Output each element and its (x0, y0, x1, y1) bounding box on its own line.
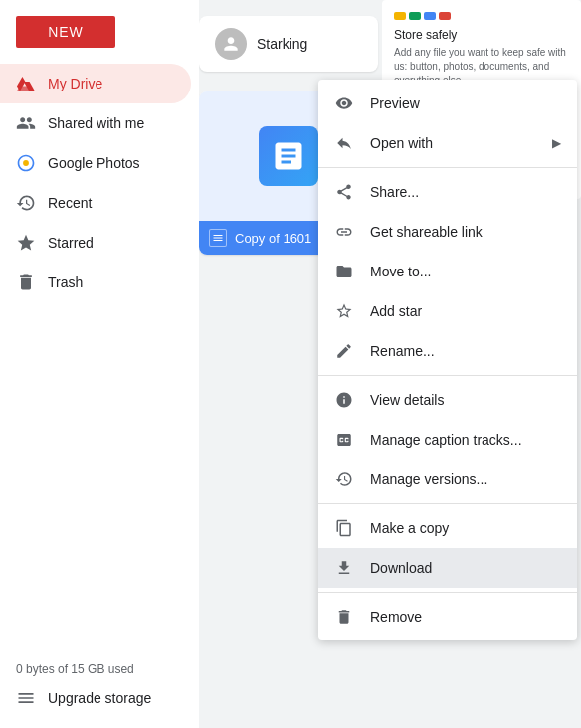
cc-icon (334, 430, 354, 450)
sidebar-item-trash[interactable]: Trash (0, 263, 191, 302)
sidebar-item-shared[interactable]: Shared with me (0, 103, 191, 143)
open-with-icon (334, 133, 354, 153)
sidebar-label-my-drive: My Drive (48, 76, 102, 91)
share-label: Share... (370, 184, 561, 200)
versions-icon (334, 469, 354, 489)
upgrade-label: Upgrade storage (48, 690, 151, 706)
sidebar-label-trash: Trash (48, 274, 83, 290)
menu-item-shareable-link[interactable]: Get shareable link (318, 212, 577, 252)
delete-icon (334, 607, 354, 627)
color-dots (394, 12, 569, 20)
menu-item-view-details[interactable]: View details (318, 380, 577, 420)
clock-icon (16, 193, 36, 213)
photo-icon (16, 153, 36, 173)
download-icon (334, 558, 354, 578)
people-icon (16, 113, 36, 133)
manage-versions-label: Manage versions... (370, 471, 561, 487)
menu-item-add-star[interactable]: Add star (318, 291, 577, 331)
storage-section: 0 bytes of 15 GB used Upgrade storage (0, 646, 199, 728)
storage-text: 0 bytes of 15 GB used (16, 662, 183, 676)
starking-name: Starking (257, 36, 307, 52)
edit-icon (334, 341, 354, 361)
preview-label: Preview (370, 95, 561, 111)
divider-4 (318, 592, 577, 593)
sidebar-item-starred[interactable]: Starred (0, 223, 191, 263)
chevron-right-icon: ▶ (552, 136, 561, 150)
menu-item-manage-captions[interactable]: Manage caption tracks... (318, 420, 577, 459)
make-copy-label: Make a copy (370, 520, 561, 536)
upgrade-icon (16, 688, 36, 708)
star-outline-icon (334, 301, 354, 321)
file-name: Copy of 1601 (235, 231, 311, 246)
menu-item-make-copy[interactable]: Make a copy (318, 508, 577, 548)
menu-item-share[interactable]: Share... (318, 172, 577, 212)
dot-red (439, 12, 451, 20)
copy-icon (334, 518, 354, 538)
sidebar-item-photos[interactable]: Google Photos (0, 143, 191, 183)
menu-item-preview[interactable]: Preview (318, 84, 577, 123)
sidebar: NEW My Drive Shared with me Google Photo… (0, 0, 199, 728)
share-icon (334, 182, 354, 202)
upgrade-storage-button[interactable]: Upgrade storage (16, 684, 183, 712)
menu-item-rename[interactable]: Rename... (318, 331, 577, 371)
view-details-label: View details (370, 392, 561, 408)
menu-item-remove[interactable]: Remove (318, 597, 577, 637)
rename-label: Rename... (370, 343, 561, 359)
star-icon (16, 233, 36, 253)
sidebar-label-photos: Google Photos (48, 155, 140, 171)
add-star-label: Add star (370, 303, 561, 319)
manage-captions-label: Manage caption tracks... (370, 432, 561, 448)
sidebar-item-my-drive[interactable]: My Drive (0, 64, 191, 103)
shareable-link-label: Get shareable link (370, 224, 561, 240)
files-area: Starking Copy of 1601 (199, 0, 581, 728)
divider-1 (318, 167, 577, 168)
dot-green (409, 12, 421, 20)
divider-2 (318, 375, 577, 376)
sidebar-label-shared: Shared with me (48, 115, 144, 131)
store-title: Store safely (394, 28, 569, 42)
menu-item-manage-versions[interactable]: Manage versions... (318, 459, 577, 499)
svg-point-0 (23, 160, 29, 166)
menu-item-open-with[interactable]: Open with ▶ (318, 123, 577, 163)
store-safely-section: Store safely Add any file you want to ke… (394, 12, 569, 88)
menu-item-move-to[interactable]: Move to... (318, 252, 577, 291)
dot-yellow (394, 12, 406, 20)
dot-blue (424, 12, 436, 20)
sidebar-label-recent: Recent (48, 195, 92, 211)
link-icon (334, 222, 354, 242)
divider-3 (318, 503, 577, 504)
main-content: Starking Copy of 1601 (199, 0, 581, 728)
menu-item-download[interactable]: Download (318, 548, 577, 588)
download-label: Download (370, 560, 561, 576)
sidebar-item-recent[interactable]: Recent (0, 183, 191, 223)
starking-file-card[interactable]: Starking (199, 16, 378, 72)
trash-icon (16, 273, 36, 292)
open-with-label: Open with (370, 135, 552, 151)
file-type-badge (209, 229, 227, 247)
remove-label: Remove (370, 609, 561, 625)
context-menu: Preview Open with ▶ Share... (318, 80, 577, 640)
drive-icon (16, 74, 36, 93)
eye-icon (334, 93, 354, 113)
new-button[interactable]: NEW (16, 16, 115, 48)
move-to-label: Move to... (370, 264, 561, 279)
starking-avatar (215, 28, 247, 60)
info-icon (334, 390, 354, 410)
sidebar-label-starred: Starred (48, 235, 94, 251)
folder-icon (334, 262, 354, 281)
file-type-icon-large (259, 126, 318, 186)
